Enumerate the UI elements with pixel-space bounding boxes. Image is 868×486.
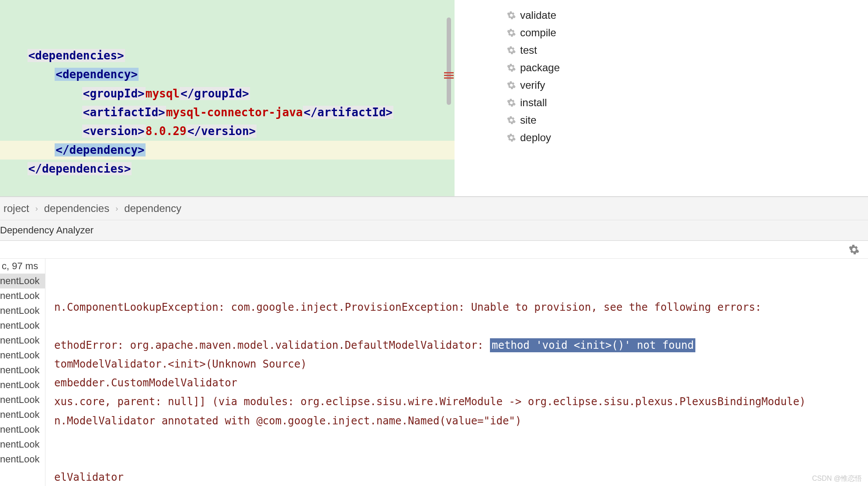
lifecycle-item-compile[interactable]: compile xyxy=(507,24,868,42)
lifecycle-item-verify[interactable]: verify xyxy=(507,76,868,94)
chevron-right-icon: › xyxy=(115,204,118,213)
console-line[interactable]: embedder.CustomModelValidator xyxy=(54,374,864,392)
code-editor[interactable]: <dependencies> <dependency> <groupId>mys… xyxy=(0,0,455,196)
breadcrumb[interactable]: roject › dependencies › dependency xyxy=(0,197,868,220)
console-line[interactable]: ethodError: org.apache.maven.model.valid… xyxy=(54,336,864,355)
tab-label: Dependency Analyzer xyxy=(0,225,94,236)
gear-icon xyxy=(507,46,516,55)
result-item[interactable]: nentLook xyxy=(0,274,45,288)
gear-icon xyxy=(507,98,516,107)
lifecycle-label: test xyxy=(520,44,537,56)
watermark: CSDN @惟恋悟 xyxy=(812,474,862,483)
lifecycle-item-test[interactable]: test xyxy=(507,42,868,59)
code-line[interactable]: </dependencies> xyxy=(0,160,455,178)
result-item[interactable]: nentLook xyxy=(0,422,45,437)
gear-icon xyxy=(507,81,516,90)
breadcrumb-item[interactable]: roject xyxy=(3,202,29,215)
lifecycle-item-site[interactable]: site xyxy=(507,111,868,129)
run-duration: c, 97 ms xyxy=(0,259,45,274)
result-item[interactable]: nentLook xyxy=(0,348,45,363)
code-line[interactable]: </dependency> xyxy=(0,141,455,160)
breadcrumb-item[interactable]: dependencies xyxy=(44,202,109,215)
lifecycle-label: deploy xyxy=(520,132,551,144)
result-item[interactable]: nentLook xyxy=(0,407,45,422)
tab-dependency-analyzer[interactable]: Dependency Analyzer xyxy=(0,220,868,241)
console-line[interactable]: elValidator xyxy=(54,468,864,486)
console-line[interactable]: n.ModelValidator annotated with @com.goo… xyxy=(54,412,864,430)
lifecycle-label: verify xyxy=(520,79,545,91)
breadcrumb-item[interactable]: dependency xyxy=(124,202,181,215)
console-line[interactable] xyxy=(54,317,864,336)
code-line[interactable]: <dependency> xyxy=(0,65,455,84)
lifecycle-item-install[interactable]: install xyxy=(507,94,868,111)
code-line[interactable]: <dependencies> xyxy=(0,46,455,65)
gear-icon[interactable] xyxy=(849,244,859,255)
gear-icon xyxy=(507,116,516,125)
result-item[interactable]: nentLook xyxy=(0,318,45,333)
result-item[interactable]: nentLook xyxy=(0,333,45,348)
lifecycle-label: validate xyxy=(520,9,556,21)
lifecycle-label: package xyxy=(520,62,560,74)
code-line[interactable]: <groupId>mysql</groupId> xyxy=(0,84,455,103)
lifecycle-label: compile xyxy=(520,27,556,39)
result-item[interactable]: nentLook xyxy=(0,437,45,452)
result-item[interactable]: nentLook xyxy=(0,452,45,467)
lifecycle-item-package[interactable]: package xyxy=(507,59,868,76)
console-line[interactable] xyxy=(54,430,864,449)
lifecycle-label: install xyxy=(520,97,547,109)
gear-icon xyxy=(507,11,516,20)
editor-error-marker xyxy=(444,72,454,80)
result-item[interactable]: nentLook xyxy=(0,288,45,303)
gear-icon xyxy=(507,28,516,37)
gear-icon xyxy=(507,133,516,142)
console-toolbar xyxy=(0,241,868,259)
test-results-tree[interactable]: c, 97 ms nentLooknentLooknentLooknentLoo… xyxy=(0,259,45,486)
maven-lifecycle-panel: validatecompiletestpackageverifyinstalls… xyxy=(455,0,868,196)
result-item[interactable]: nentLook xyxy=(0,392,45,407)
result-item[interactable]: nentLook xyxy=(0,303,45,318)
console-line[interactable]: n.ComponentLookupException: com.google.i… xyxy=(54,298,864,317)
chevron-right-icon: › xyxy=(35,204,38,213)
console-output[interactable]: n.ComponentLookupException: com.google.i… xyxy=(45,259,868,486)
lifecycle-label: site xyxy=(520,114,536,126)
result-item[interactable]: nentLook xyxy=(0,363,45,378)
lifecycle-item-deploy[interactable]: deploy xyxy=(507,129,868,146)
code-line[interactable]: <version>8.0.29</version> xyxy=(0,122,455,141)
editor-scrollbar[interactable] xyxy=(447,17,451,105)
console-line[interactable] xyxy=(54,449,864,468)
lifecycle-item-validate[interactable]: validate xyxy=(507,7,868,24)
result-item[interactable]: nentLook xyxy=(0,378,45,392)
console-line[interactable]: xus.core, parent: null]] (via modules: o… xyxy=(54,392,864,411)
console-line[interactable]: tomModelValidator.<init>(Unknown Source) xyxy=(54,355,864,374)
code-line[interactable]: <artifactId>mysql-connector-java</artifa… xyxy=(0,103,455,122)
gear-icon xyxy=(507,63,516,72)
selected-text: method 'void <init>()' not found xyxy=(490,338,695,352)
